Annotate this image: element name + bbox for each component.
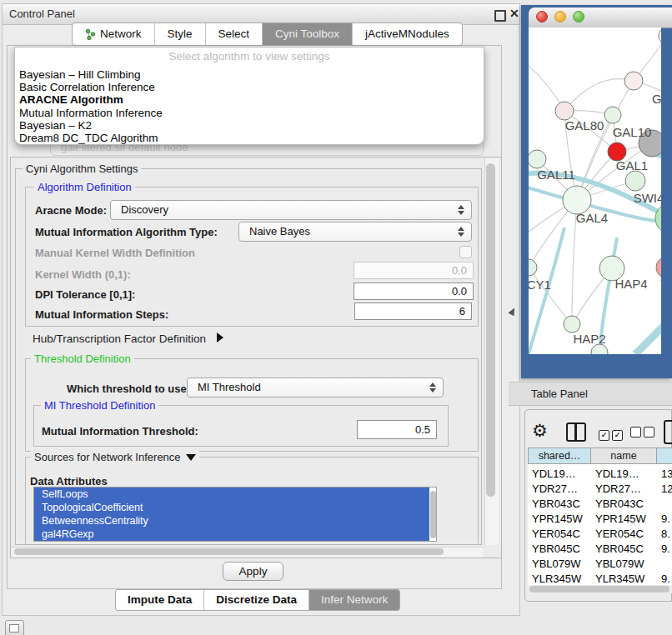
node-pink[interactable] xyxy=(624,72,643,90)
sources-title-text: Sources for Network Inference xyxy=(34,451,181,463)
table-row[interactable]: YPR145WYPR145W9. xyxy=(528,512,672,527)
cell[interactable]: YBL079W xyxy=(528,557,591,572)
mi-threshold-group-title: MI Threshold Definition xyxy=(41,399,158,412)
tab-jactivemnodules-label: jActiveMNodules xyxy=(365,23,449,45)
table-row[interactable]: YER054CYER054C8. xyxy=(528,527,672,542)
column-header-shared[interactable]: shared… xyxy=(528,448,591,464)
settings-vertical-scrollbar-thumb[interactable] xyxy=(486,163,495,497)
minimized-panel-icon[interactable] xyxy=(5,620,24,635)
hub-definition-expander[interactable]: Hub/Transcription Factor Definition xyxy=(33,332,223,345)
mi-threshold-field[interactable]: 0.5 xyxy=(357,420,437,439)
node-gal10[interactable] xyxy=(604,107,621,123)
which-threshold-combobox[interactable]: MI Threshold xyxy=(187,378,444,398)
node-gal11[interactable] xyxy=(529,150,546,168)
aracne-mode-combobox[interactable]: Discovery xyxy=(110,200,472,220)
cell[interactable]: YDR27… xyxy=(591,482,657,497)
cell[interactable]: YDL19… xyxy=(528,467,591,482)
list-item-selected[interactable]: BetweennessCentrality xyxy=(34,514,429,528)
table-row[interactable]: YDL19…YDL19…13 xyxy=(528,467,672,482)
cell[interactable]: YPR145W xyxy=(591,512,657,527)
tab-style[interactable]: Style xyxy=(154,23,205,45)
cell[interactable] xyxy=(657,557,672,572)
tab-impute-data[interactable]: Impute Data xyxy=(116,590,203,610)
dpi-tolerance-field[interactable]: 0.0 xyxy=(354,282,474,300)
mi-steps-field[interactable]: 6 xyxy=(354,302,472,320)
node-gal80[interactable] xyxy=(555,102,574,120)
cell[interactable] xyxy=(657,497,672,512)
list-item-selected[interactable]: SelfLoops xyxy=(34,488,429,501)
table-row[interactable]: YLR345WYLR345W9. xyxy=(528,572,672,585)
tab-select[interactable]: Select xyxy=(205,23,263,45)
algorithm-option-selected[interactable]: ARACNE Algorithm xyxy=(19,93,123,107)
which-threshold-label: Which threshold to use: xyxy=(67,382,190,395)
node-partial-top[interactable] xyxy=(659,28,661,44)
table-horizontal-scrollbar-thumb[interactable] xyxy=(529,586,669,592)
collapse-down-icon[interactable] xyxy=(186,454,196,461)
document-icon[interactable] xyxy=(664,420,672,444)
tab-discretize-data[interactable]: Discretize Data xyxy=(203,590,308,610)
apply-button[interactable]: Apply xyxy=(223,562,283,581)
table-row[interactable]: YBR043CYBR043C xyxy=(528,497,672,512)
tab-jactivemnodules[interactable]: jActiveMNodules xyxy=(352,23,462,45)
tab-infer-network[interactable]: Infer Network xyxy=(308,590,399,610)
close-icon[interactable]: ✕ xyxy=(509,7,519,20)
cell[interactable]: YBR043C xyxy=(528,497,591,512)
node-hap2[interactable] xyxy=(564,316,580,332)
expand-right-icon[interactable] xyxy=(217,332,223,342)
node-gal4[interactable] xyxy=(563,186,591,214)
list-item-selected[interactable]: gal4RGexp xyxy=(34,528,429,541)
algorithm-option[interactable]: Bayesian – K2 xyxy=(19,119,92,132)
cell[interactable]: YPR145W xyxy=(528,512,591,527)
minimize-traffic-light[interactable] xyxy=(554,11,566,22)
select-all-columns-icon[interactable]: ✓✓ xyxy=(599,426,625,441)
tab-network[interactable]: Network xyxy=(73,23,154,45)
close-traffic-light[interactable] xyxy=(536,11,548,22)
network-window-titlebar[interactable] xyxy=(529,8,672,28)
cell[interactable]: 9. xyxy=(657,512,672,527)
cell[interactable]: YBR045C xyxy=(528,542,591,557)
mi-algorithm-type-combobox[interactable]: Naive Bayes xyxy=(238,222,472,242)
mi-steps-label: Mutual Information Steps: xyxy=(35,308,168,321)
column-header-partial[interactable] xyxy=(657,448,672,464)
list-item-selected[interactable]: TopologicalCoefficient xyxy=(34,501,429,514)
cell[interactable]: 8. xyxy=(657,527,672,542)
node-swi4[interactable] xyxy=(625,171,645,191)
list-scrollbar-thumb[interactable] xyxy=(430,491,436,538)
algorithm-option[interactable]: Mutual Information Inference xyxy=(19,107,163,120)
cell[interactable]: YER054C xyxy=(591,527,657,542)
table-row[interactable]: YBR045CYBR045C9. xyxy=(528,542,672,557)
algorithm-option[interactable]: Dream8 DC_TDC Algorithm xyxy=(19,132,158,145)
dpi-tolerance-label: DPI Tolerance [0,1]: xyxy=(35,288,135,301)
algorithm-option[interactable]: Bayesian – Hill Climbing xyxy=(19,68,141,82)
node-gcy1[interactable] xyxy=(529,259,537,276)
zoom-traffic-light[interactable] xyxy=(573,11,584,22)
tab-cyni-toolbox[interactable]: Cyni Toolbox xyxy=(262,23,352,45)
node-salmon[interactable] xyxy=(656,257,661,278)
algorithm-option[interactable]: Basic Correlation Inference xyxy=(19,81,155,94)
cell[interactable]: YBR045C xyxy=(591,542,657,557)
settings-horizontal-scrollbar-thumb[interactable] xyxy=(14,548,444,555)
cell[interactable]: YBR043C xyxy=(591,497,657,512)
cell[interactable]: 9. xyxy=(657,572,672,585)
cell[interactable]: 12 xyxy=(657,482,672,497)
float-window-icon[interactable] xyxy=(494,10,506,22)
node-big-green[interactable] xyxy=(655,203,661,233)
sources-group-title[interactable]: Sources for Network Inference xyxy=(31,451,199,463)
cell[interactable]: 9. xyxy=(657,542,672,557)
gear-icon[interactable]: ⚙ xyxy=(532,419,548,442)
cell[interactable]: YBL079W xyxy=(591,557,657,572)
cell[interactable]: 13 xyxy=(657,467,672,482)
columns-icon[interactable] xyxy=(566,422,586,442)
kernel-width-field[interactable]: 0.0 xyxy=(354,262,474,279)
cell[interactable]: YDR27… xyxy=(528,482,591,497)
cell[interactable]: YDL19… xyxy=(591,467,657,482)
cell[interactable]: YER054C xyxy=(528,527,591,542)
table-row[interactable]: YBL079WYBL079W xyxy=(528,557,672,572)
network-canvas[interactable]: GAL GAL80 GAL10 GAL1 GAL11 SWI4 GAL4 GCY… xyxy=(529,28,661,354)
deselect-all-columns-icon[interactable] xyxy=(630,426,657,441)
column-header-name[interactable]: name xyxy=(591,448,657,464)
table-row[interactable]: YDR27…YDR27…12 xyxy=(528,482,672,497)
manual-kernel-checkbox[interactable] xyxy=(459,246,472,258)
cell[interactable]: YLR345W xyxy=(528,572,591,585)
cell[interactable]: YLR345W xyxy=(591,572,657,585)
